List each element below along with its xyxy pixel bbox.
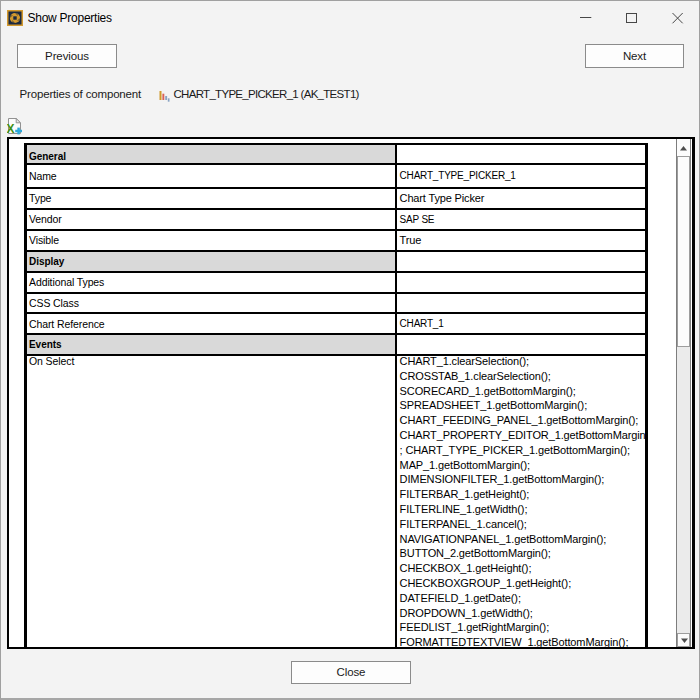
svg-text:X: X — [7, 122, 14, 135]
